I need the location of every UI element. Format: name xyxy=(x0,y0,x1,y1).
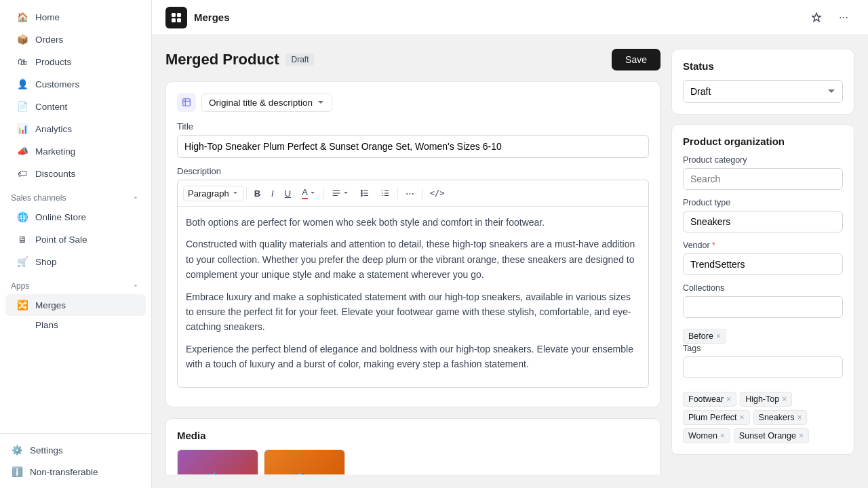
svg-rect-1 xyxy=(177,13,181,17)
sidebar-item-shop[interactable]: 🛒 Shop xyxy=(5,251,146,272)
underline-button[interactable]: U xyxy=(280,186,296,201)
tags-section: Tags Footwear × High-Top × Plum Perfect xyxy=(683,344,843,443)
sidebar-item-marketing[interactable]: 📣 Marketing xyxy=(5,140,146,162)
sidebar-item-orders[interactable]: 📦 Orders xyxy=(5,28,146,50)
media-thumb-2[interactable]: 👟 xyxy=(264,449,345,474)
status-select[interactable]: Draft Active xyxy=(683,80,843,103)
tag-footwear-remove[interactable]: × xyxy=(726,394,731,404)
more-toolbar-button[interactable]: ⋯ xyxy=(401,186,419,201)
save-button[interactable]: Save xyxy=(612,49,660,70)
tag-plum-perfect-remove[interactable]: × xyxy=(740,413,745,422)
left-panel: Merged Product Draft Save Original title… xyxy=(165,49,660,474)
svg-point-4 xyxy=(840,17,841,18)
tags-input[interactable] xyxy=(683,357,843,378)
status-title: Status xyxy=(683,60,843,72)
title-input[interactable] xyxy=(177,135,649,158)
sidebar-item-analytics[interactable]: 📊 Analytics xyxy=(5,118,146,140)
analytics-icon: 📊 xyxy=(16,123,28,135)
right-panel: Status Draft Active Product organization… xyxy=(671,49,854,474)
collections-tags: Before × xyxy=(683,329,843,344)
sidebar-item-content[interactable]: 📄 Content xyxy=(5,96,146,117)
title-group: Title xyxy=(177,121,649,158)
collections-section: Collections Before × xyxy=(683,283,843,344)
content-icon: 📄 xyxy=(16,100,28,113)
sidebar-item-settings[interactable]: ⚙️ Settings xyxy=(0,439,151,461)
tag-plum-perfect: Plum Perfect × xyxy=(683,410,750,425)
sales-channels-section: Sales channels xyxy=(0,185,151,205)
title-description-selector[interactable]: Original title & description xyxy=(201,94,332,112)
svg-point-6 xyxy=(846,17,848,18)
app-logo xyxy=(165,7,187,28)
tag-high-top-remove[interactable]: × xyxy=(782,394,787,404)
desc-para-4: Experience the perfect blend of elegance… xyxy=(186,342,640,372)
products-icon: 🛍 xyxy=(16,56,28,68)
bold-button[interactable]: B xyxy=(250,186,265,201)
topbar-actions xyxy=(806,7,854,28)
toolbar-sep-3 xyxy=(397,187,398,199)
merges-icon: 🔀 xyxy=(16,299,28,311)
type-input[interactable] xyxy=(683,211,843,232)
desc-para-3: Embrace luxury and make a sophisticated … xyxy=(186,289,640,335)
tag-sneakers-remove[interactable]: × xyxy=(797,413,802,422)
product-org-title: Product organization xyxy=(683,136,843,147)
type-label: Product type xyxy=(683,198,843,207)
main-area: Merges Merged Product Draft Save xyxy=(152,0,868,488)
sidebar: 🏠 Home 📦 Orders 🛍 Products 👤 Customers 📄… xyxy=(0,0,152,488)
align-button[interactable] xyxy=(327,186,354,201)
collections-label: Collections xyxy=(683,283,843,293)
collection-tag-before: Before × xyxy=(683,329,726,344)
marketing-icon: 📣 xyxy=(16,145,28,157)
sidebar-sub-item-plans[interactable]: Plans xyxy=(5,317,146,333)
paragraph-select[interactable]: Paragraph xyxy=(183,186,243,201)
svg-point-5 xyxy=(843,17,844,18)
tag-women-remove[interactable]: × xyxy=(720,431,725,441)
sidebar-bottom: ⚙️ Settings ℹ️ Non-transferable xyxy=(0,433,151,488)
discounts-icon: 🏷 xyxy=(16,167,28,180)
svg-rect-0 xyxy=(172,13,176,17)
content-area: Merged Product Draft Save Original title… xyxy=(152,35,868,488)
vendor-label: Vendor * xyxy=(683,241,843,250)
sidebar-item-merges[interactable]: 🔀 Merges xyxy=(5,294,146,316)
svg-point-14 xyxy=(361,192,362,194)
media-grid: 👟 👟 xyxy=(177,449,649,474)
tag-sunset-orange-remove[interactable]: × xyxy=(799,431,804,441)
sidebar-item-discounts[interactable]: 🏷 Discounts xyxy=(5,163,146,184)
collection-tag-before-remove[interactable]: × xyxy=(716,331,721,341)
tags-container: Footwear × High-Top × Plum Perfect × S xyxy=(683,392,843,443)
sidebar-item-home[interactable]: 🏠 Home xyxy=(5,6,146,28)
selector-row: Original title & description xyxy=(177,93,649,112)
vendor-input[interactable] xyxy=(683,253,843,275)
desc-para-1: Both options are perfect for women who s… xyxy=(186,215,640,230)
color-button[interactable]: A xyxy=(297,184,321,202)
more-button[interactable] xyxy=(833,7,854,28)
pin-button[interactable] xyxy=(806,7,827,28)
sidebar-item-pos[interactable]: 🖥 Point of Sale xyxy=(5,228,146,250)
title-description-card: Original title & description Title Descr… xyxy=(165,81,660,407)
apps-section: Apps xyxy=(0,273,151,293)
editor-body[interactable]: Both options are perfect for women who s… xyxy=(178,207,648,387)
category-input[interactable] xyxy=(683,168,843,190)
media-title: Media xyxy=(177,430,649,441)
product-org-card: Product organization Product category Pr… xyxy=(671,124,854,455)
info-icon: ℹ️ xyxy=(11,466,23,478)
sidebar-item-products[interactable]: 🛍 Products xyxy=(5,51,146,73)
shop-icon: 🛒 xyxy=(16,256,28,268)
media-card: Media 👟 👟 xyxy=(165,418,660,474)
media-thumb-1[interactable]: 👟 xyxy=(177,449,258,474)
pos-icon: 🖥 xyxy=(16,233,28,245)
description-group: Description Paragraph B I U xyxy=(177,166,649,388)
svg-point-15 xyxy=(361,195,362,197)
sidebar-item-customers[interactable]: 👤 Customers xyxy=(5,73,146,95)
sidebar-item-non-transferable[interactable]: ℹ️ Non-transferable xyxy=(0,461,151,483)
ordered-button[interactable] xyxy=(376,186,395,201)
tag-footwear: Footwear × xyxy=(683,392,736,407)
editor-wrapper: Paragraph B I U A xyxy=(177,180,649,388)
bullet-button[interactable] xyxy=(355,186,374,201)
toolbar-sep-4 xyxy=(422,187,422,199)
collections-input[interactable] xyxy=(683,296,843,318)
italic-button[interactable]: I xyxy=(267,186,279,201)
sidebar-item-online-store[interactable]: 🌐 Online Store xyxy=(5,206,146,228)
code-button[interactable]: </> xyxy=(425,186,450,201)
vendor-required-indicator: * xyxy=(712,241,715,250)
toolbar-sep-1 xyxy=(246,187,247,199)
